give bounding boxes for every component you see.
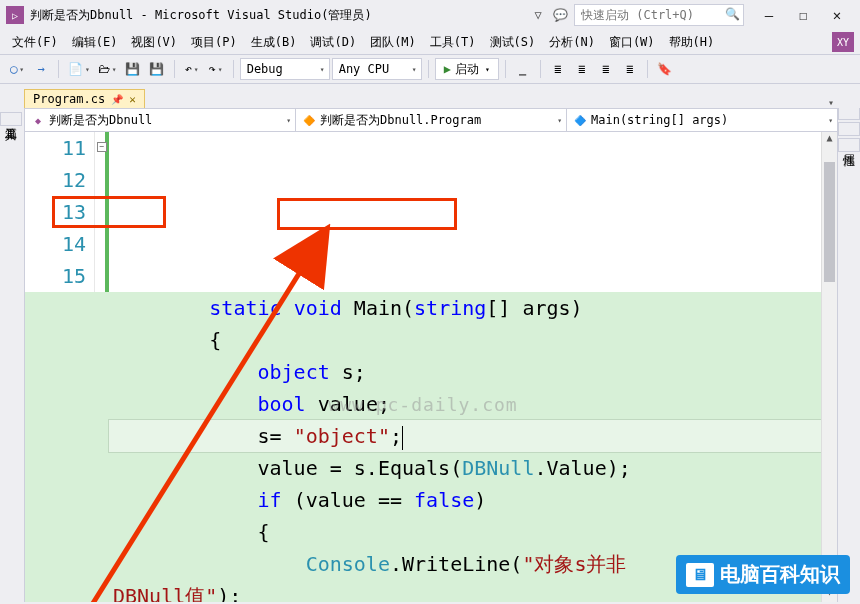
menu-edit[interactable]: 编辑(E) xyxy=(66,32,124,53)
code-line[interactable]: bool value; xyxy=(109,388,821,420)
tab-label: Program.cs xyxy=(33,92,105,106)
vs-logo-icon: ▷ xyxy=(6,6,24,24)
pin-icon[interactable]: 📌 xyxy=(111,94,123,105)
tabwell-dropdown-icon[interactable]: ▾ xyxy=(828,97,834,108)
maximize-button[interactable]: ☐ xyxy=(786,3,820,27)
site-badge: 🖥 电脑百科知识 xyxy=(676,555,850,594)
code-line[interactable]: static void Main(string[] args) xyxy=(109,292,821,324)
menu-file[interactable]: 文件(F) xyxy=(6,32,64,53)
new-project-button[interactable]: 📄 xyxy=(65,58,93,80)
code-editor[interactable]: 11121314151617181920212223 − static void… xyxy=(25,132,821,602)
team-explorer-tab[interactable]: 团队资源管理器 xyxy=(838,106,860,120)
annotation-box xyxy=(277,198,457,230)
code-line[interactable]: if (value == false) xyxy=(109,484,821,516)
bookmark-button[interactable]: 🔖 xyxy=(654,58,676,80)
menu-debug[interactable]: 调试(D) xyxy=(304,32,362,53)
menu-team[interactable]: 团队(M) xyxy=(364,32,422,53)
save-button[interactable]: 💾 xyxy=(122,58,144,80)
code-line[interactable]: s= "object"; xyxy=(109,420,821,452)
menu-window[interactable]: 窗口(W) xyxy=(603,32,661,53)
nav-class[interactable]: 🔶判断是否为Dbnull.Program xyxy=(296,109,567,131)
outdent-button[interactable]: ≣ xyxy=(571,58,593,80)
comment-button[interactable]: ≣ xyxy=(595,58,617,80)
fold-minus-icon[interactable]: − xyxy=(97,142,107,152)
minimize-button[interactable]: — xyxy=(752,3,786,27)
toolbar: ◯ → 📄 🗁 💾 💾 ↶ ↷ Debug Any CPU ▶启动▾ ⎯ ≣ ≣… xyxy=(0,54,860,84)
feedback-icon[interactable]: 💬 xyxy=(552,7,568,23)
toolbox-tab[interactable]: 工具箱 xyxy=(0,112,22,126)
diagnostics-tab[interactable]: 诊断工具 xyxy=(838,122,860,136)
notify-icon[interactable]: ▽ xyxy=(530,7,546,23)
menu-build[interactable]: 生成(B) xyxy=(245,32,303,53)
start-debug-button[interactable]: ▶启动▾ xyxy=(435,58,499,80)
properties-tab[interactable]: 属性 xyxy=(838,138,860,152)
code-line[interactable]: object s; xyxy=(109,356,821,388)
close-button[interactable]: ✕ xyxy=(820,3,854,27)
site-logo-icon: 🖥 xyxy=(686,563,714,587)
indent-button[interactable]: ≣ xyxy=(547,58,569,80)
config-select[interactable]: Debug xyxy=(240,58,330,80)
nav-method[interactable]: 🔷Main(string[] args) xyxy=(567,109,837,131)
code-line[interactable]: { xyxy=(109,516,821,548)
tab-close-icon[interactable]: ✕ xyxy=(129,93,136,106)
editor: 11121314151617181920212223 − static void… xyxy=(24,132,838,602)
nav-project[interactable]: ◆判断是否为Dbnull xyxy=(25,109,296,131)
code-line[interactable]: value = s.Equals(DBNull.Value); xyxy=(109,452,821,484)
search-icon: 🔍 xyxy=(725,7,740,21)
quicklaunch-input[interactable] xyxy=(574,4,744,26)
forward-button[interactable]: → xyxy=(30,58,52,80)
platform-select[interactable]: Any CPU xyxy=(332,58,422,80)
window-title: 判断是否为Dbnull - Microsoft Visual Studio(管理… xyxy=(30,7,372,24)
scroll-up-icon[interactable]: ▲ xyxy=(822,132,837,148)
menu-help[interactable]: 帮助(H) xyxy=(663,32,721,53)
back-button[interactable]: ◯ xyxy=(6,58,28,80)
open-button[interactable]: 🗁 xyxy=(95,58,120,80)
menu-tools[interactable]: 工具(T) xyxy=(424,32,482,53)
uncomment-button[interactable]: ≣ xyxy=(619,58,641,80)
menu-analyze[interactable]: 分析(N) xyxy=(543,32,601,53)
scrollbar-thumb[interactable] xyxy=(824,162,835,282)
document-tabs: Program.cs 📌 ✕ ▾ xyxy=(0,84,860,108)
menu-project[interactable]: 项目(P) xyxy=(185,32,243,53)
titlebar: ▷ 判断是否为Dbnull - Microsoft Visual Studio(… xyxy=(0,0,860,30)
menubar: 文件(F) 编辑(E) 视图(V) 项目(P) 生成(B) 调试(D) 团队(M… xyxy=(0,30,860,54)
annotation-box xyxy=(52,196,166,228)
redo-button[interactable]: ↷ xyxy=(205,58,227,80)
vertical-scrollbar[interactable]: ▲ ▼ xyxy=(821,132,837,602)
save-all-button[interactable]: 💾 xyxy=(146,58,168,80)
menu-test[interactable]: 测试(S) xyxy=(484,32,542,53)
menu-view[interactable]: 视图(V) xyxy=(125,32,183,53)
code-line[interactable]: { xyxy=(109,324,821,356)
user-badge[interactable]: XY xyxy=(832,32,854,52)
step-button[interactable]: ⎯ xyxy=(512,58,534,80)
quicklaunch: ▽ 💬 🔍 xyxy=(530,4,744,26)
undo-button[interactable]: ↶ xyxy=(181,58,203,80)
document-tab-program[interactable]: Program.cs 📌 ✕ xyxy=(24,89,145,108)
nav-bar: ◆判断是否为Dbnull 🔶判断是否为Dbnull.Program 🔷Main(… xyxy=(24,108,838,132)
